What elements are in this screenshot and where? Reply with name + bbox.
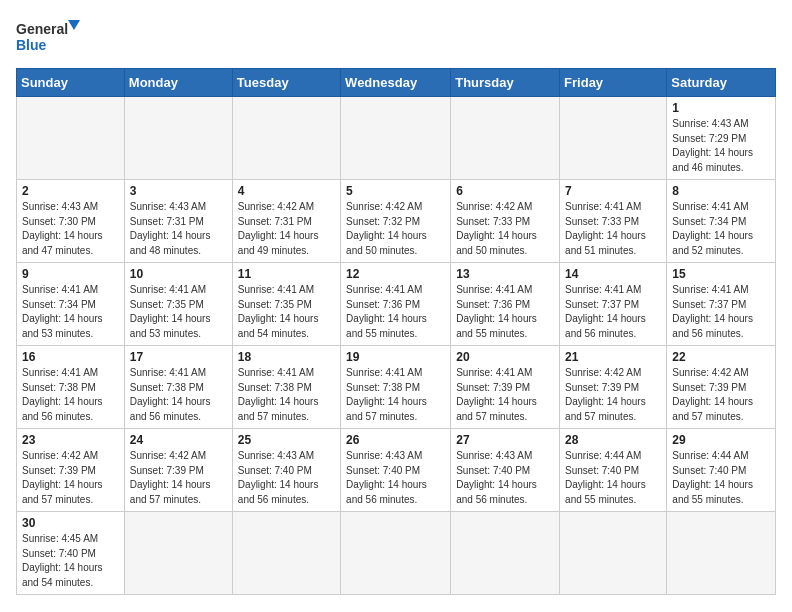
page-header: GeneralBlue [16,16,776,58]
day-number: 17 [130,350,227,364]
day-number: 2 [22,184,119,198]
calendar-header-sunday: Sunday [17,69,125,97]
calendar-cell [341,512,451,595]
calendar-week-row: 30Sunrise: 4:45 AM Sunset: 7:40 PM Dayli… [17,512,776,595]
calendar-header-wednesday: Wednesday [341,69,451,97]
calendar-week-row: 9Sunrise: 4:41 AM Sunset: 7:34 PM Daylig… [17,263,776,346]
day-number: 28 [565,433,661,447]
calendar-cell: 1Sunrise: 4:43 AM Sunset: 7:29 PM Daylig… [667,97,776,180]
calendar-cell: 8Sunrise: 4:41 AM Sunset: 7:34 PM Daylig… [667,180,776,263]
calendar-cell: 25Sunrise: 4:43 AM Sunset: 7:40 PM Dayli… [232,429,340,512]
day-info: Sunrise: 4:41 AM Sunset: 7:37 PM Dayligh… [672,283,770,341]
day-number: 5 [346,184,445,198]
day-info: Sunrise: 4:41 AM Sunset: 7:38 PM Dayligh… [238,366,335,424]
svg-marker-2 [68,20,80,30]
day-number: 20 [456,350,554,364]
day-number: 7 [565,184,661,198]
calendar-cell [232,512,340,595]
day-number: 30 [22,516,119,530]
calendar-header-monday: Monday [124,69,232,97]
calendar-cell: 19Sunrise: 4:41 AM Sunset: 7:38 PM Dayli… [341,346,451,429]
svg-text:Blue: Blue [16,37,47,53]
day-info: Sunrise: 4:41 AM Sunset: 7:38 PM Dayligh… [346,366,445,424]
calendar-cell [560,512,667,595]
day-info: Sunrise: 4:41 AM Sunset: 7:35 PM Dayligh… [238,283,335,341]
day-info: Sunrise: 4:41 AM Sunset: 7:33 PM Dayligh… [565,200,661,258]
calendar-header-friday: Friday [560,69,667,97]
day-number: 21 [565,350,661,364]
calendar-cell: 30Sunrise: 4:45 AM Sunset: 7:40 PM Dayli… [17,512,125,595]
day-number: 16 [22,350,119,364]
day-number: 4 [238,184,335,198]
calendar-cell: 11Sunrise: 4:41 AM Sunset: 7:35 PM Dayli… [232,263,340,346]
day-info: Sunrise: 4:42 AM Sunset: 7:32 PM Dayligh… [346,200,445,258]
calendar-cell: 12Sunrise: 4:41 AM Sunset: 7:36 PM Dayli… [341,263,451,346]
day-number: 27 [456,433,554,447]
day-info: Sunrise: 4:41 AM Sunset: 7:34 PM Dayligh… [22,283,119,341]
day-number: 19 [346,350,445,364]
svg-text:General: General [16,21,68,37]
calendar-header-tuesday: Tuesday [232,69,340,97]
day-number: 3 [130,184,227,198]
day-number: 18 [238,350,335,364]
calendar-cell: 18Sunrise: 4:41 AM Sunset: 7:38 PM Dayli… [232,346,340,429]
calendar-cell: 6Sunrise: 4:42 AM Sunset: 7:33 PM Daylig… [451,180,560,263]
day-info: Sunrise: 4:43 AM Sunset: 7:30 PM Dayligh… [22,200,119,258]
calendar-cell: 17Sunrise: 4:41 AM Sunset: 7:38 PM Dayli… [124,346,232,429]
calendar-header-thursday: Thursday [451,69,560,97]
calendar-cell: 7Sunrise: 4:41 AM Sunset: 7:33 PM Daylig… [560,180,667,263]
calendar-cell: 26Sunrise: 4:43 AM Sunset: 7:40 PM Dayli… [341,429,451,512]
day-info: Sunrise: 4:42 AM Sunset: 7:39 PM Dayligh… [22,449,119,507]
calendar-cell [667,512,776,595]
day-info: Sunrise: 4:41 AM Sunset: 7:38 PM Dayligh… [22,366,119,424]
day-info: Sunrise: 4:42 AM Sunset: 7:33 PM Dayligh… [456,200,554,258]
day-info: Sunrise: 4:41 AM Sunset: 7:37 PM Dayligh… [565,283,661,341]
calendar-cell: 15Sunrise: 4:41 AM Sunset: 7:37 PM Dayli… [667,263,776,346]
day-number: 23 [22,433,119,447]
day-info: Sunrise: 4:42 AM Sunset: 7:31 PM Dayligh… [238,200,335,258]
calendar-cell [124,512,232,595]
day-info: Sunrise: 4:43 AM Sunset: 7:31 PM Dayligh… [130,200,227,258]
day-number: 8 [672,184,770,198]
day-info: Sunrise: 4:43 AM Sunset: 7:40 PM Dayligh… [456,449,554,507]
calendar-cell [451,512,560,595]
day-number: 24 [130,433,227,447]
calendar-cell: 2Sunrise: 4:43 AM Sunset: 7:30 PM Daylig… [17,180,125,263]
calendar-header-saturday: Saturday [667,69,776,97]
calendar-cell: 20Sunrise: 4:41 AM Sunset: 7:39 PM Dayli… [451,346,560,429]
calendar-cell: 21Sunrise: 4:42 AM Sunset: 7:39 PM Dayli… [560,346,667,429]
day-info: Sunrise: 4:41 AM Sunset: 7:39 PM Dayligh… [456,366,554,424]
day-number: 29 [672,433,770,447]
day-info: Sunrise: 4:41 AM Sunset: 7:36 PM Dayligh… [456,283,554,341]
calendar-cell [232,97,340,180]
calendar-cell: 4Sunrise: 4:42 AM Sunset: 7:31 PM Daylig… [232,180,340,263]
day-number: 10 [130,267,227,281]
calendar-cell: 16Sunrise: 4:41 AM Sunset: 7:38 PM Dayli… [17,346,125,429]
calendar-cell: 22Sunrise: 4:42 AM Sunset: 7:39 PM Dayli… [667,346,776,429]
logo-svg: GeneralBlue [16,16,86,58]
day-number: 6 [456,184,554,198]
day-info: Sunrise: 4:42 AM Sunset: 7:39 PM Dayligh… [130,449,227,507]
calendar-cell: 27Sunrise: 4:43 AM Sunset: 7:40 PM Dayli… [451,429,560,512]
calendar-cell [560,97,667,180]
day-number: 12 [346,267,445,281]
calendar-cell: 14Sunrise: 4:41 AM Sunset: 7:37 PM Dayli… [560,263,667,346]
day-info: Sunrise: 4:43 AM Sunset: 7:29 PM Dayligh… [672,117,770,175]
day-info: Sunrise: 4:42 AM Sunset: 7:39 PM Dayligh… [565,366,661,424]
day-info: Sunrise: 4:41 AM Sunset: 7:36 PM Dayligh… [346,283,445,341]
calendar-cell: 3Sunrise: 4:43 AM Sunset: 7:31 PM Daylig… [124,180,232,263]
day-number: 15 [672,267,770,281]
calendar-cell: 28Sunrise: 4:44 AM Sunset: 7:40 PM Dayli… [560,429,667,512]
day-number: 14 [565,267,661,281]
calendar-cell: 24Sunrise: 4:42 AM Sunset: 7:39 PM Dayli… [124,429,232,512]
calendar-cell [451,97,560,180]
day-number: 9 [22,267,119,281]
calendar-cell: 5Sunrise: 4:42 AM Sunset: 7:32 PM Daylig… [341,180,451,263]
day-info: Sunrise: 4:41 AM Sunset: 7:38 PM Dayligh… [130,366,227,424]
day-number: 11 [238,267,335,281]
calendar-cell: 13Sunrise: 4:41 AM Sunset: 7:36 PM Dayli… [451,263,560,346]
day-number: 1 [672,101,770,115]
calendar-cell: 29Sunrise: 4:44 AM Sunset: 7:40 PM Dayli… [667,429,776,512]
day-number: 13 [456,267,554,281]
calendar-cell: 9Sunrise: 4:41 AM Sunset: 7:34 PM Daylig… [17,263,125,346]
